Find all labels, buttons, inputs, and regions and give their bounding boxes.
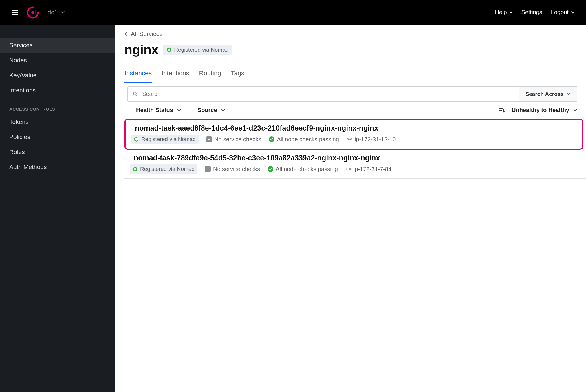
- sidebar-item-key-value[interactable]: Key/Value: [0, 68, 115, 83]
- sidebar-access-heading: ACCESS CONTROLS: [0, 98, 115, 114]
- nomad-icon: [166, 47, 172, 52]
- tab-routing[interactable]: Routing: [199, 69, 221, 83]
- menu-toggle-button[interactable]: [12, 10, 18, 15]
- instance-name: _nomad-task-aaed8f8e-1dc4-6ee1-d23c-210f…: [131, 124, 577, 135]
- sidebar-item-policies[interactable]: Policies: [0, 129, 115, 144]
- check-circle-icon: [269, 136, 274, 142]
- node-link[interactable]: ip-172-31-7-84: [345, 166, 391, 173]
- node-checks-status: All node checks passing: [268, 166, 338, 173]
- registered-via-nomad-badge: Registered via Nomad: [131, 135, 199, 144]
- svg-marker-19: [134, 168, 136, 171]
- search-box[interactable]: [127, 86, 519, 102]
- service-checks-status: No service checks: [205, 166, 260, 173]
- svg-point-22: [349, 168, 351, 170]
- help-link[interactable]: Help: [495, 9, 512, 16]
- chevron-down-icon: [567, 93, 571, 95]
- sidebar-item-services[interactable]: Services: [0, 38, 115, 53]
- page-title: nginx: [124, 43, 158, 57]
- datacenter-label: dc1: [47, 9, 58, 16]
- registered-via-nomad-badge: Registered via Nomad: [163, 45, 232, 55]
- instance-name: _nomad-task-789dfe9e-54d5-32be-c3ee-109a…: [130, 154, 581, 164]
- minus-icon: [206, 136, 212, 142]
- instance-row[interactable]: _nomad-task-789dfe9e-54d5-32be-c3ee-109a…: [124, 150, 586, 179]
- sort-dropdown[interactable]: Unhealthy to Healthy: [512, 107, 577, 113]
- filter-health-status[interactable]: Health Status: [136, 107, 181, 113]
- svg-point-2: [35, 10, 36, 11]
- logout-link[interactable]: Logout: [551, 9, 574, 16]
- sidebar-item-tokens[interactable]: Tokens: [0, 114, 115, 129]
- search-across-button[interactable]: Search Across: [519, 86, 577, 102]
- sidebar-item-nodes[interactable]: Nodes: [0, 53, 115, 68]
- topbar: dc1 Help Settings Logout: [0, 0, 586, 25]
- service-checks-status: No service checks: [206, 136, 261, 143]
- search-input[interactable]: [142, 91, 514, 97]
- datacenter-selector[interactable]: dc1: [47, 9, 65, 16]
- tabs: Instances Intentions Routing Tags: [124, 64, 580, 83]
- nomad-icon: [133, 166, 138, 172]
- sort-icon[interactable]: [499, 108, 505, 113]
- breadcrumb-all-services[interactable]: All Services: [124, 30, 586, 41]
- svg-point-1: [31, 11, 34, 14]
- chevron-down-icon: [221, 109, 225, 111]
- node-link[interactable]: ip-172-31-12-10: [347, 136, 396, 143]
- svg-line-8: [136, 95, 138, 96]
- filter-source[interactable]: Source: [197, 107, 225, 113]
- svg-marker-6: [168, 48, 170, 51]
- check-circle-icon: [268, 166, 273, 172]
- chevron-down-icon: [509, 11, 513, 14]
- title-row: nginx Registered via Nomad: [124, 41, 580, 64]
- svg-point-3: [36, 12, 36, 13]
- consul-logo-icon: [27, 6, 39, 19]
- sidebar: Services Nodes Key/Value Intentions ACCE…: [0, 25, 115, 392]
- chevron-down-icon: [571, 11, 574, 14]
- svg-point-4: [35, 13, 36, 14]
- chevron-down-icon: [61, 11, 65, 14]
- sidebar-item-intentions[interactable]: Intentions: [0, 83, 115, 98]
- settings-link[interactable]: Settings: [521, 9, 542, 16]
- search-row: Search Across: [127, 86, 577, 102]
- chevron-down-icon: [573, 109, 577, 111]
- search-icon: [133, 91, 138, 97]
- instance-list: _nomad-task-aaed8f8e-1dc4-6ee1-d23c-210f…: [124, 119, 586, 179]
- registered-via-nomad-badge: Registered via Nomad: [130, 164, 197, 174]
- minus-icon: [205, 166, 211, 172]
- node-checks-status: All node checks passing: [269, 136, 339, 143]
- filters-row: Health Status Source Unhealthy to H: [124, 102, 586, 119]
- svg-point-16: [350, 139, 352, 140]
- sidebar-item-auth-methods[interactable]: Auth Methods: [0, 160, 115, 175]
- tab-intentions[interactable]: Intentions: [162, 69, 189, 83]
- svg-marker-13: [135, 138, 138, 141]
- svg-point-15: [347, 139, 348, 140]
- node-icon: [347, 136, 352, 142]
- nomad-icon: [134, 137, 139, 142]
- chevron-left-icon: [124, 32, 127, 36]
- chevron-down-icon: [177, 109, 181, 111]
- node-icon: [345, 166, 351, 172]
- svg-point-21: [346, 168, 347, 170]
- tab-instances[interactable]: Instances: [124, 69, 152, 83]
- instance-row[interactable]: _nomad-task-aaed8f8e-1dc4-6ee1-d23c-210f…: [124, 119, 583, 150]
- svg-point-7: [133, 92, 136, 95]
- tab-tags[interactable]: Tags: [231, 69, 244, 83]
- main-content: All Services nginx Registered via Nomad …: [115, 25, 586, 392]
- sidebar-item-roles[interactable]: Roles: [0, 144, 115, 160]
